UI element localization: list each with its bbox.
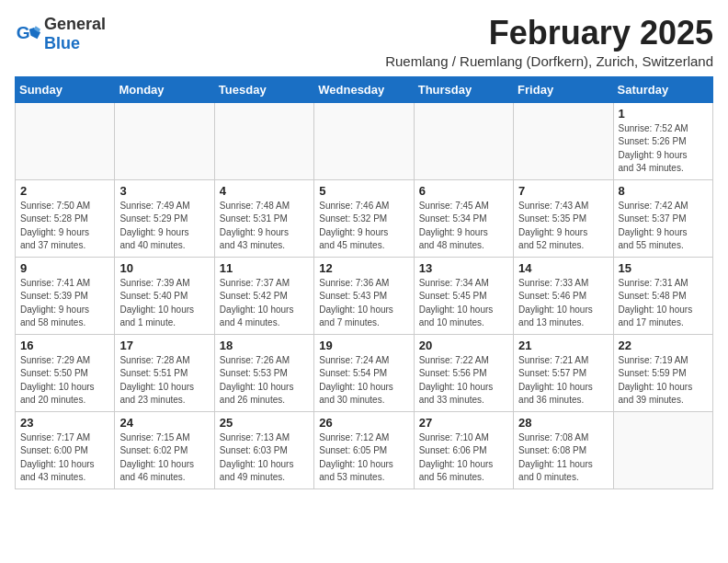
- table-row: 24Sunrise: 7:15 AM Sunset: 6:02 PM Dayli…: [115, 411, 214, 488]
- table-row: 26Sunrise: 7:12 AM Sunset: 6:05 PM Dayli…: [314, 411, 414, 488]
- svg-text:G: G: [17, 23, 30, 42]
- table-row: 10Sunrise: 7:39 AM Sunset: 5:40 PM Dayli…: [115, 257, 214, 334]
- day-number: 20: [419, 339, 508, 352]
- calendar-week-row: 9Sunrise: 7:41 AM Sunset: 5:39 PM Daylig…: [16, 257, 713, 334]
- day-number: 23: [20, 416, 109, 430]
- day-number: 15: [619, 261, 708, 275]
- day-number: 14: [518, 261, 608, 275]
- day-number: 7: [518, 184, 608, 198]
- calendar-header-row: Sunday Monday Tuesday Wednesday Thursday…: [16, 76, 713, 102]
- col-saturday: Saturday: [613, 76, 712, 102]
- day-number: 27: [419, 416, 508, 430]
- table-row: 19Sunrise: 7:24 AM Sunset: 5:54 PM Dayli…: [314, 334, 414, 411]
- table-row: 16Sunrise: 7:29 AM Sunset: 5:50 PM Dayli…: [16, 334, 115, 411]
- day-number: 28: [518, 416, 608, 430]
- table-row: 4Sunrise: 7:48 AM Sunset: 5:31 PM Daylig…: [214, 179, 313, 257]
- day-number: 22: [619, 339, 708, 352]
- day-info: Sunrise: 7:19 AM Sunset: 5:59 PM Dayligh…: [619, 354, 708, 408]
- day-info: Sunrise: 7:52 AM Sunset: 5:26 PM Dayligh…: [619, 122, 708, 176]
- table-row: 27Sunrise: 7:10 AM Sunset: 6:06 PM Dayli…: [414, 411, 513, 488]
- day-info: Sunrise: 7:41 AM Sunset: 5:39 PM Dayligh…: [20, 277, 109, 330]
- table-row: [414, 102, 513, 179]
- table-row: 15Sunrise: 7:31 AM Sunset: 5:48 PM Dayli…: [613, 257, 712, 334]
- day-number: 5: [319, 184, 408, 198]
- table-row: 13Sunrise: 7:34 AM Sunset: 5:45 PM Dayli…: [414, 257, 513, 334]
- day-number: 2: [20, 184, 109, 198]
- table-row: 23Sunrise: 7:17 AM Sunset: 6:00 PM Dayli…: [16, 411, 115, 488]
- calendar-week-row: 2Sunrise: 7:50 AM Sunset: 5:28 PM Daylig…: [16, 179, 713, 257]
- col-tuesday: Tuesday: [214, 76, 313, 102]
- calendar-title-area: February 2025 Ruemlang / Ruemlang (Dorfk…: [385, 15, 713, 69]
- table-row: 21Sunrise: 7:21 AM Sunset: 5:57 PM Dayli…: [514, 334, 613, 411]
- col-wednesday: Wednesday: [314, 76, 414, 102]
- logo: G General Blue: [15, 15, 106, 53]
- calendar-week-row: 16Sunrise: 7:29 AM Sunset: 5:50 PM Dayli…: [16, 334, 713, 411]
- day-info: Sunrise: 7:17 AM Sunset: 6:00 PM Dayligh…: [20, 431, 109, 485]
- day-number: 26: [319, 416, 408, 430]
- table-row: [16, 102, 115, 179]
- calendar-month-year: February 2025: [385, 15, 713, 52]
- day-number: 4: [220, 184, 309, 198]
- table-row: 22Sunrise: 7:19 AM Sunset: 5:59 PM Dayli…: [613, 334, 712, 411]
- day-number: 12: [319, 261, 408, 275]
- table-row: 7Sunrise: 7:43 AM Sunset: 5:35 PM Daylig…: [514, 179, 613, 257]
- table-row: 18Sunrise: 7:26 AM Sunset: 5:53 PM Dayli…: [214, 334, 313, 411]
- table-row: [514, 102, 613, 179]
- day-number: 10: [119, 261, 209, 275]
- day-info: Sunrise: 7:50 AM Sunset: 5:28 PM Dayligh…: [20, 200, 109, 253]
- table-row: 17Sunrise: 7:28 AM Sunset: 5:51 PM Dayli…: [115, 334, 214, 411]
- day-info: Sunrise: 7:46 AM Sunset: 5:32 PM Dayligh…: [319, 200, 408, 253]
- table-row: 25Sunrise: 7:13 AM Sunset: 6:03 PM Dayli…: [214, 411, 313, 488]
- col-monday: Monday: [115, 76, 214, 102]
- table-row: 3Sunrise: 7:49 AM Sunset: 5:29 PM Daylig…: [115, 179, 214, 257]
- day-number: 9: [20, 261, 109, 275]
- table-row: [613, 411, 712, 488]
- day-number: 11: [220, 261, 309, 275]
- page-header: G General Blue February 2025 Ruemlang / …: [15, 15, 713, 69]
- calendar-location: Ruemlang / Ruemlang (Dorfkern), Zurich, …: [385, 53, 713, 69]
- day-number: 21: [518, 339, 608, 352]
- day-number: 24: [119, 416, 209, 430]
- day-info: Sunrise: 7:28 AM Sunset: 5:51 PM Dayligh…: [119, 354, 209, 408]
- day-info: Sunrise: 7:21 AM Sunset: 5:57 PM Dayligh…: [518, 354, 608, 408]
- table-row: 28Sunrise: 7:08 AM Sunset: 6:08 PM Dayli…: [514, 411, 613, 488]
- table-row: 20Sunrise: 7:22 AM Sunset: 5:56 PM Dayli…: [414, 334, 513, 411]
- table-row: 2Sunrise: 7:50 AM Sunset: 5:28 PM Daylig…: [16, 179, 115, 257]
- table-row: [314, 102, 414, 179]
- calendar-week-row: 23Sunrise: 7:17 AM Sunset: 6:00 PM Dayli…: [16, 411, 713, 488]
- day-number: 8: [619, 184, 708, 198]
- day-info: Sunrise: 7:10 AM Sunset: 6:06 PM Dayligh…: [419, 431, 508, 485]
- day-info: Sunrise: 7:48 AM Sunset: 5:31 PM Dayligh…: [220, 200, 309, 253]
- day-info: Sunrise: 7:45 AM Sunset: 5:34 PM Dayligh…: [419, 200, 508, 253]
- col-sunday: Sunday: [16, 76, 115, 102]
- day-number: 18: [220, 339, 309, 352]
- day-info: Sunrise: 7:12 AM Sunset: 6:05 PM Dayligh…: [319, 431, 408, 485]
- table-row: 6Sunrise: 7:45 AM Sunset: 5:34 PM Daylig…: [414, 179, 513, 257]
- day-info: Sunrise: 7:34 AM Sunset: 5:45 PM Dayligh…: [419, 277, 508, 330]
- day-info: Sunrise: 7:33 AM Sunset: 5:46 PM Dayligh…: [518, 277, 608, 330]
- logo-text: General Blue: [44, 15, 106, 53]
- day-number: 13: [419, 261, 508, 275]
- day-info: Sunrise: 7:08 AM Sunset: 6:08 PM Dayligh…: [518, 431, 608, 485]
- calendar-week-row: 1Sunrise: 7:52 AM Sunset: 5:26 PM Daylig…: [16, 102, 713, 179]
- table-row: 8Sunrise: 7:42 AM Sunset: 5:37 PM Daylig…: [613, 179, 712, 257]
- day-info: Sunrise: 7:26 AM Sunset: 5:53 PM Dayligh…: [220, 354, 309, 408]
- day-info: Sunrise: 7:13 AM Sunset: 6:03 PM Dayligh…: [220, 431, 309, 485]
- day-info: Sunrise: 7:24 AM Sunset: 5:54 PM Dayligh…: [319, 354, 408, 408]
- day-info: Sunrise: 7:43 AM Sunset: 5:35 PM Dayligh…: [518, 200, 608, 253]
- day-info: Sunrise: 7:36 AM Sunset: 5:43 PM Dayligh…: [319, 277, 408, 330]
- day-info: Sunrise: 7:29 AM Sunset: 5:50 PM Dayligh…: [20, 354, 109, 408]
- day-number: 17: [119, 339, 209, 352]
- day-number: 1: [619, 107, 708, 121]
- day-info: Sunrise: 7:42 AM Sunset: 5:37 PM Dayligh…: [619, 200, 708, 253]
- table-row: 1Sunrise: 7:52 AM Sunset: 5:26 PM Daylig…: [613, 102, 712, 179]
- logo-icon: G: [15, 21, 40, 47]
- table-row: 12Sunrise: 7:36 AM Sunset: 5:43 PM Dayli…: [314, 257, 414, 334]
- col-thursday: Thursday: [414, 76, 513, 102]
- day-info: Sunrise: 7:15 AM Sunset: 6:02 PM Dayligh…: [119, 431, 209, 485]
- day-info: Sunrise: 7:31 AM Sunset: 5:48 PM Dayligh…: [619, 277, 708, 330]
- day-info: Sunrise: 7:37 AM Sunset: 5:42 PM Dayligh…: [220, 277, 309, 330]
- table-row: [214, 102, 313, 179]
- table-row: 11Sunrise: 7:37 AM Sunset: 5:42 PM Dayli…: [214, 257, 313, 334]
- day-info: Sunrise: 7:22 AM Sunset: 5:56 PM Dayligh…: [419, 354, 508, 408]
